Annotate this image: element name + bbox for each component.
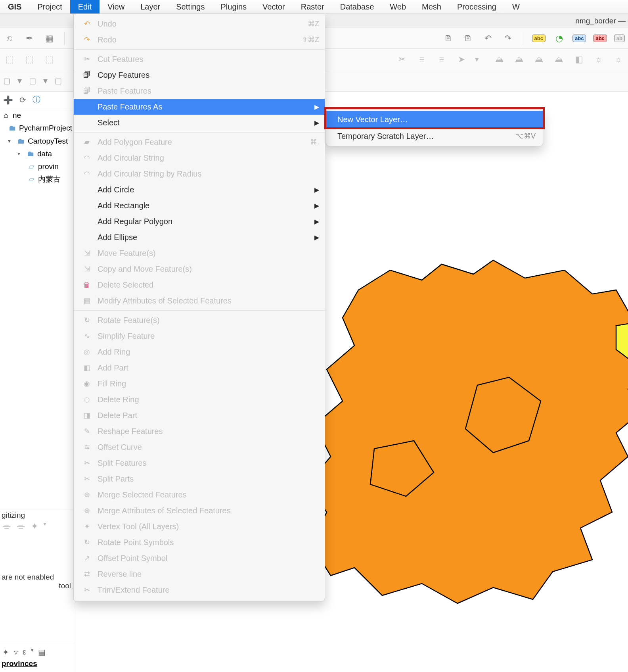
menu-item-add-circle[interactable]: Add Circle ▶ [74, 182, 325, 198]
feather-icon[interactable]: ✒ [23, 32, 36, 45]
submenu-arrow-icon: ▶ [312, 218, 319, 225]
menu-layer[interactable]: Layer [132, 0, 168, 13]
tree-label: PycharmProject [19, 122, 72, 134]
layers-icon[interactable]: ▤ [38, 647, 46, 657]
menu-item-merge-attrs: ⊕Merge Attributes of Selected Features [74, 503, 325, 518]
tree-label: 内蒙古 [38, 173, 61, 186]
digitizing-toolbar: ⌯ ⌯ ✦ ▾ [2, 520, 73, 533]
note-line-1: are not enabled [2, 573, 73, 582]
chevron-down-icon: ▾ [475, 55, 479, 64]
submenu-arrow-icon: ▶ [312, 119, 319, 127]
ring-icon: ◎ [82, 348, 92, 356]
menu-item-offset-pts: ↗Offset Point Symbol [74, 550, 325, 566]
histogram-icon: ⛰ [553, 53, 565, 66]
table-icon: ▤ [82, 296, 92, 305]
folder-icon: 🖿 [17, 135, 25, 148]
part-icon: ◧ [82, 363, 92, 372]
submenu-item-new-vector-layer[interactable]: New Vector Layer… [326, 111, 543, 128]
menu-item-rotate-pts: ↻Rotate Point Symbols [74, 534, 325, 550]
label-badge-grey: ab [614, 35, 625, 42]
chevron-down-icon[interactable]: ▾ [31, 647, 33, 657]
tree-row-cartopy[interactable]: ▾ 🖿 CartopyTest [0, 135, 75, 148]
nodes-icon[interactable]: ⎌ [3, 32, 16, 45]
menu-item-copymove: ⇲ Copy and Move Feature(s) [74, 261, 325, 277]
tree-label: CartopyTest [28, 135, 68, 148]
disabled-icon: ◻ [29, 76, 36, 86]
tree-row-project[interactable]: 🖿 PycharmProject [0, 122, 75, 134]
paste-icon: 🗐 [82, 87, 92, 95]
tree-row-layer-provin[interactable]: ▱ provin [0, 160, 75, 173]
disabled-tool-icon: ⬚ [43, 53, 56, 66]
menu-item-add-regpoly[interactable]: Add Regular Polygon ▶ [74, 213, 325, 229]
menu-view[interactable]: View [100, 0, 132, 13]
reshape-icon: ✎ [82, 427, 92, 436]
expand-arrow-icon[interactable]: ▾ [17, 149, 24, 159]
merge-icon: ⊕ [82, 506, 92, 515]
tree-row-data[interactable]: ▾ 🖿 data [0, 148, 75, 160]
menu-item-delete-part: ◨Delete Part [74, 407, 325, 423]
filter-icon[interactable]: ▿ [14, 647, 18, 657]
menu-w[interactable]: W [504, 0, 528, 13]
info-icon[interactable]: ⓘ [33, 94, 40, 105]
menu-project[interactable]: Project [29, 0, 70, 13]
folder-icon: 🖿 [8, 122, 17, 134]
menu-raster[interactable]: Raster [293, 0, 332, 13]
menu-mesh[interactable]: Mesh [414, 0, 449, 13]
menu-item-move: ⇲ Move Feature(s) [74, 245, 325, 261]
menu-web[interactable]: Web [382, 0, 414, 13]
disabled-tool-icon: ✦ [31, 521, 38, 532]
arc-icon: ◠ [82, 154, 92, 162]
tree-row-home[interactable]: ⌂ ne [0, 109, 75, 122]
menu-processing[interactable]: Processing [449, 0, 504, 13]
menu-item-add-ellipse[interactable]: Add Ellipse ▶ [74, 229, 325, 245]
selected-layer-name[interactable]: provinces [2, 659, 73, 670]
menu-item-add-rect[interactable]: Add Rectangle ▶ [74, 198, 325, 213]
label-badge-yellow[interactable]: abc [532, 35, 546, 42]
menu-item-paste-features-as[interactable]: Paste Features As ▶ [74, 99, 325, 115]
menu-item-select[interactable]: Select ▶ [74, 115, 325, 131]
menu-gis[interactable]: GIS [0, 0, 29, 13]
vertex-icon: ✦ [82, 522, 92, 531]
menu-item-add-ring: ◎Add Ring [74, 344, 325, 360]
expression-icon[interactable]: ε [23, 647, 26, 657]
expand-arrow-icon[interactable]: ▾ [8, 136, 14, 146]
document-icon[interactable]: 🗎 [462, 32, 475, 45]
menu-database[interactable]: Database [332, 0, 382, 13]
copymove-icon: ⇲ [82, 265, 92, 273]
disabled-icon: ◻ [3, 76, 10, 86]
panel-title: gitizing [2, 511, 73, 520]
undo-icon[interactable]: ↶ [482, 32, 494, 45]
label-badge-blue[interactable]: abc [572, 35, 586, 42]
chevron-down-icon: ▾ [17, 76, 22, 86]
note-line-2: tool [2, 582, 73, 590]
overlay-icon: ◧ [572, 53, 585, 66]
split-icon: ✂ [82, 474, 92, 483]
menu-item-redo: ↷ Redo ⇧⌘Z [74, 32, 325, 48]
pie-green-icon[interactable]: ◔ [553, 32, 565, 45]
menubar: GISProjectEditViewLayerSettingsPluginsVe… [0, 0, 628, 14]
merge-icon: ⊕ [82, 490, 92, 499]
chip-icon[interactable]: ▦ [43, 32, 56, 45]
label-badge-red[interactable]: abc [593, 35, 607, 42]
submenu-item-scratch-layer[interactable]: Temporary Scratch Layer… ⌥⌘V [326, 128, 543, 144]
tree-row-layer-cn[interactable]: ▱ 内蒙古 [0, 173, 75, 186]
arrow-icon: ➤ [455, 53, 468, 66]
menu-item-offset-curve: ≋Offset Curve [74, 439, 325, 455]
disabled-tool-icon: ⬚ [23, 53, 36, 66]
menu-edit[interactable]: Edit [70, 0, 100, 13]
add-icon[interactable]: ➕ [3, 95, 13, 105]
style-icon[interactable]: ✦ [2, 647, 9, 657]
redo-icon[interactable]: ↷ [502, 32, 514, 45]
menu-vector[interactable]: Vector [255, 0, 293, 13]
rotate-icon: ↻ [82, 538, 92, 547]
menu-settings[interactable]: Settings [168, 0, 213, 13]
refresh-icon[interactable]: ⟳ [19, 95, 26, 105]
menu-item-copy-features[interactable]: 🗐 Copy Features [74, 67, 325, 83]
menu-plugins[interactable]: Plugins [213, 0, 255, 13]
edit-menu-dropdown: ↶ Undo ⌘Z ↷ Redo ⇧⌘Z ✂ Cut Features 🗐 Co… [73, 14, 325, 601]
menu-item-trim-extend: ✂Trim/Extend Feature [74, 582, 325, 598]
menu-item-split-features: ✂Split Features [74, 455, 325, 471]
menu-item-rotate: ↻Rotate Feature(s) [74, 312, 325, 328]
brightness-icon: ☼ [612, 53, 625, 66]
document-icon[interactable]: 🗎 [442, 32, 455, 45]
